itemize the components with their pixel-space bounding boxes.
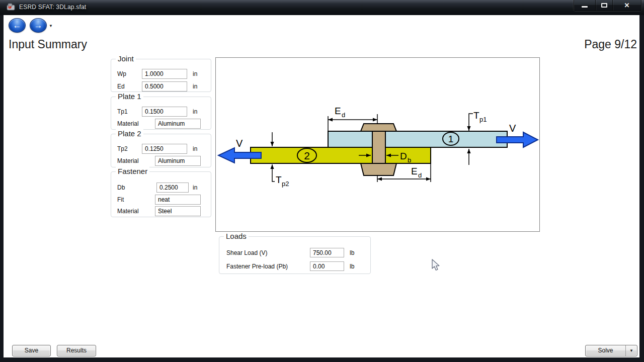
unit-label: in: [193, 70, 197, 77]
tp2-label: T: [276, 174, 282, 185]
joint-diagram-frame: 1 2 V V E d T p1 T p2: [215, 57, 540, 232]
fastener-head-bottom: [361, 163, 396, 175]
page-number: Page 9/12: [584, 38, 637, 51]
v-label-left: V: [236, 138, 243, 149]
tp2-label-sub: p2: [282, 180, 289, 188]
app-icon: [7, 3, 15, 11]
minimize-icon: [582, 6, 588, 8]
joint-diagram: 1 2 V V E d T p1 T p2: [216, 58, 540, 232]
client-area: ← → ▼ Input Summary Page 9/12 Joint Wp i…: [4, 15, 639, 357]
plate1-shape: [328, 131, 507, 147]
unit-label: in: [193, 108, 197, 115]
unit-label: in: [193, 83, 197, 90]
plate2-group: Plate 2 Tp2 in Material: [111, 134, 211, 167]
field-label: Ed: [117, 83, 125, 90]
maximize-button[interactable]: [596, 0, 613, 11]
unit-label: lb: [350, 249, 354, 256]
tp2-input[interactable]: [142, 144, 187, 154]
plate2-callout-number: 2: [304, 150, 310, 161]
preload-input[interactable]: [310, 261, 344, 271]
wp-input[interactable]: [142, 69, 187, 79]
fastener-group: Fastener Db in Fit Material: [111, 171, 211, 217]
ed-top-label: E: [335, 106, 341, 116]
tp2-bracket: [272, 173, 275, 182]
v-label-right: V: [509, 123, 516, 134]
unit-label: in: [193, 145, 197, 152]
tp1-arrow-top: [469, 114, 473, 131]
back-button[interactable]: ←: [9, 18, 26, 33]
ed-bottom-label: E: [411, 166, 418, 176]
group-title: Plate 1: [116, 92, 143, 101]
solve-button[interactable]: Solve: [586, 345, 625, 356]
field-label: Wp: [117, 70, 126, 77]
close-button[interactable]: ✕: [613, 0, 641, 11]
save-button[interactable]: Save: [12, 345, 51, 356]
group-title: Plate 2: [116, 129, 143, 138]
joint-group: Joint Wp in Ed in: [111, 59, 211, 92]
plate1-callout-number: 1: [448, 134, 454, 144]
fastener-shank: [372, 131, 385, 163]
field-label: Db: [117, 184, 125, 191]
plate1-material-input[interactable]: [155, 119, 201, 129]
db-label: D: [400, 151, 407, 161]
forward-button[interactable]: →: [30, 18, 47, 33]
page-title: Input Summary: [9, 38, 87, 51]
tp1-input[interactable]: [142, 107, 187, 117]
tp1-label-sub: p1: [479, 116, 487, 123]
results-button[interactable]: Results: [57, 345, 96, 356]
ed-bottom-label-sub: d: [418, 171, 422, 179]
forward-dropdown[interactable]: ▼: [49, 24, 53, 28]
loads-group: Loads Shear Load (V) lb Fastener Pre-loa…: [219, 236, 371, 274]
group-title: Joint: [116, 54, 136, 63]
field-label: Material: [117, 120, 139, 127]
minimize-button[interactable]: [574, 0, 596, 11]
db-input[interactable]: [156, 183, 189, 193]
group-title: Loads: [224, 232, 249, 240]
group-title: Fastener: [116, 167, 149, 175]
field-label: Tp1: [117, 108, 128, 115]
ed-input[interactable]: [142, 81, 187, 92]
fastener-material-input[interactable]: [155, 206, 201, 216]
fit-input[interactable]: [155, 195, 201, 205]
db-label-sub: b: [408, 156, 411, 164]
field-label: Tp2: [117, 145, 128, 152]
plate1-group: Plate 1 Tp1 in Material: [111, 97, 211, 130]
maximize-icon: [601, 3, 607, 8]
fastener-head-top: [361, 124, 396, 131]
back-icon: ←: [13, 21, 22, 30]
solve-dropdown-button[interactable]: ▼: [625, 345, 637, 356]
field-label: Fastener Pre-load (Pb): [226, 263, 288, 270]
chevron-down-icon: ▼: [629, 348, 633, 353]
chevron-down-icon: ▼: [49, 24, 53, 28]
close-icon: ✕: [624, 1, 630, 11]
field-label: Shear Load (V): [226, 249, 267, 256]
window-title: ESRD SFAT: 3DLap.sfat: [19, 4, 86, 11]
mouse-cursor: [430, 259, 441, 272]
window-controls: ✕: [574, 0, 641, 11]
shear-load-input[interactable]: [310, 248, 344, 257]
field-label: Material: [117, 208, 139, 215]
field-label: Fit: [117, 196, 124, 203]
unit-label: lb: [350, 263, 354, 270]
title-bar: ESRD SFAT: 3DLap.sfat ✕: [0, 0, 644, 15]
solve-split-button: Solve ▼: [585, 345, 637, 356]
ed-top-label-sub: d: [342, 111, 345, 119]
unit-label: in: [193, 184, 197, 191]
forward-icon: →: [34, 21, 43, 30]
field-label: Material: [117, 157, 139, 164]
tp1-label: T: [473, 110, 479, 121]
plate2-material-input[interactable]: [155, 156, 201, 166]
